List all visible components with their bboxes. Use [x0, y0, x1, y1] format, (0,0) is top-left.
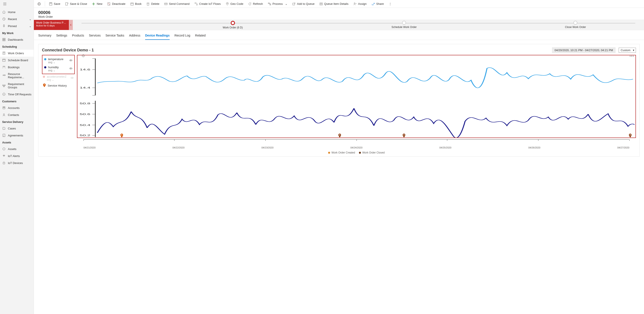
visibility-toggle-icon[interactable]: [69, 67, 72, 71]
tab-address[interactable]: Address: [129, 32, 140, 40]
assign-button[interactable]: Assign: [352, 1, 368, 6]
tab-summary[interactable]: Summary: [38, 32, 51, 40]
nav-bookings[interactable]: Bookings: [0, 64, 34, 71]
nav-dashboards[interactable]: Dashboards: [0, 36, 34, 43]
tab-products[interactable]: Products: [72, 32, 84, 40]
new-button[interactable]: New: [90, 1, 104, 6]
workorder-icon: [2, 52, 6, 55]
create-iot-button[interactable]: Create IoT Flows: [192, 1, 222, 6]
resource-icon: [2, 74, 6, 78]
svg-rect-47: [270, 4, 271, 5]
bpf-stage-schedule[interactable]: Schedule Work Order: [392, 21, 417, 29]
cmd-label: Delete: [151, 2, 159, 6]
delete-button[interactable]: Delete: [144, 1, 161, 6]
process-button[interactable]: Process⌄: [266, 1, 289, 6]
nav-req-groups[interactable]: Requirement Groups: [0, 81, 34, 91]
nav-schedule-board[interactable]: Schedule Board: [0, 57, 34, 64]
x-tick: 04/25/2020: [440, 146, 452, 149]
chart-svg[interactable]: 14.6 14.4 50.8 50.6: [78, 55, 636, 138]
visibility-toggle-icon[interactable]: [69, 58, 72, 63]
tab-device-readings[interactable]: Device Readings: [145, 32, 170, 40]
back-button[interactable]: [36, 1, 43, 6]
refresh-icon: [248, 2, 252, 6]
nav-cases[interactable]: Cases: [0, 125, 34, 132]
pin-icon: [2, 24, 6, 28]
legend-temperature[interactable]: temperature avg ⌄: [43, 57, 74, 65]
legend-dot: [44, 66, 46, 68]
tab-service-tasks[interactable]: Service Tasks: [105, 32, 124, 40]
nav-label: Work Orders: [8, 52, 24, 55]
nav-agreements[interactable]: Agreements: [0, 132, 34, 139]
bpf-stage-close[interactable]: Close Work Order: [565, 21, 586, 29]
book-button[interactable]: Book: [128, 1, 144, 6]
svg-rect-6: [2, 40, 4, 41]
svg-line-37: [108, 3, 110, 5]
clock-icon: [2, 17, 6, 21]
chart-more-button[interactable]: ···: [630, 54, 634, 58]
nav-resource-req[interactable]: Resource Requireme...: [0, 71, 34, 81]
bpf-stage-work-order[interactable]: Work Order (6 D): [223, 21, 243, 29]
bookings-icon: [2, 66, 6, 69]
cmd-label: New: [96, 2, 102, 6]
date-range-display[interactable]: 04/20/2020, 10:21 PM - 04/27/2020, 04:21…: [552, 47, 616, 53]
nav-home[interactable]: Home: [0, 8, 34, 16]
y-tick: 50.6: [80, 113, 90, 116]
legend-humidity[interactable]: humidity avg ⌄: [43, 65, 74, 73]
svg-point-53: [70, 60, 71, 61]
visibility-toggle-icon[interactable]: [70, 76, 74, 80]
nav-iot-alerts[interactable]: IoT Alerts: [0, 152, 34, 160]
flow-icon: [194, 2, 198, 6]
map-pin-icon[interactable]: [120, 134, 123, 138]
bpf-flag[interactable]: Work Order Business Pro... Active for 6 …: [34, 20, 69, 30]
svg-point-68: [339, 134, 340, 136]
svg-rect-40: [147, 3, 149, 5]
nav-timeoff[interactable]: Time Off Requests: [0, 91, 34, 98]
map-pin-icon[interactable]: [629, 134, 632, 138]
cmd-label: Send Command: [169, 2, 190, 6]
save-button[interactable]: Save: [47, 1, 62, 6]
svg-rect-7: [4, 40, 5, 41]
case-icon: [2, 126, 6, 130]
nav-accounts[interactable]: Accounts: [0, 104, 34, 111]
queue-details-button[interactable]: Queue Item Details: [318, 1, 350, 6]
chart-layers-button[interactable]: [81, 54, 85, 58]
legend-agg: avg: [47, 78, 51, 81]
svg-rect-23: [4, 107, 4, 108]
legend-accelerometer[interactable]: accelerometerZ avg ⌄: [42, 74, 75, 82]
svg-point-70: [630, 134, 631, 136]
nav-pinned[interactable]: Pinned ⌄: [0, 22, 34, 30]
separator: [45, 1, 45, 6]
deactivate-button[interactable]: Deactivate: [105, 1, 127, 6]
date-range-preset-select[interactable]: Custom: [619, 48, 636, 53]
nav-label: Accounts: [8, 106, 20, 110]
svg-rect-17: [2, 85, 4, 86]
bpf-collapse-button[interactable]: [69, 20, 73, 30]
overflow-button[interactable]: ⋮: [387, 1, 394, 6]
send-command-button[interactable]: Send Command: [162, 1, 191, 6]
svg-point-55: [72, 78, 72, 78]
nav-assets[interactable]: Assets: [0, 146, 34, 152]
tab-settings[interactable]: Settings: [56, 32, 67, 40]
geocode-button[interactable]: Geo Code: [224, 1, 245, 6]
nav-contacts[interactable]: Contacts: [0, 111, 34, 118]
svg-rect-5: [4, 38, 5, 39]
chart-area: ··· 14.6 14.4: [77, 55, 636, 154]
hamburger-icon[interactable]: [2, 1, 8, 8]
nav-recent[interactable]: Recent ⌄: [0, 16, 34, 22]
nav-iot-devices[interactable]: IoT Devices: [0, 160, 34, 166]
tab-related[interactable]: Related: [195, 32, 206, 40]
save-close-button[interactable]: Save & Close: [64, 1, 89, 6]
nav-label: Time Off Requests: [8, 93, 32, 96]
legend-service-history[interactable]: Service History: [42, 82, 75, 89]
share-button[interactable]: Share: [370, 1, 386, 6]
map-pin-icon[interactable]: [338, 134, 341, 138]
chart-footer-legend: Work Order Created Work Order Closed: [77, 151, 636, 154]
tab-services[interactable]: Services: [89, 32, 101, 40]
nav-work-orders[interactable]: Work Orders: [0, 50, 34, 57]
tab-record-log[interactable]: Record Log: [174, 32, 190, 40]
chart-legend: temperature avg ⌄ humidity avg ⌄: [42, 55, 75, 154]
map-pin-icon[interactable]: [402, 134, 406, 138]
add-queue-button[interactable]: Add to Queue: [290, 1, 316, 6]
refresh-button[interactable]: Refresh: [246, 1, 265, 6]
record-title: 00006: [38, 10, 640, 15]
